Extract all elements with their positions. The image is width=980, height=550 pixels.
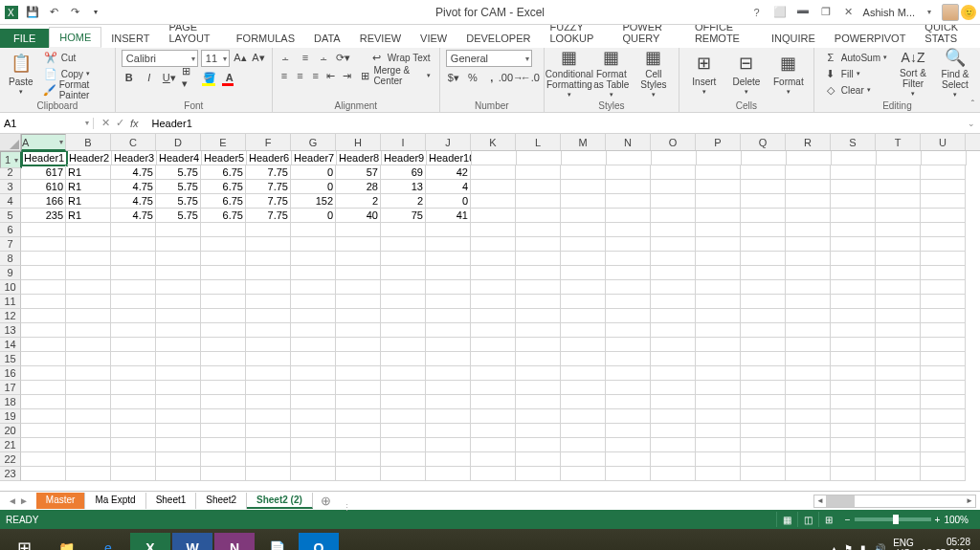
scroll-left-icon[interactable]: ◄: [814, 496, 826, 505]
cell[interactable]: [291, 323, 336, 338]
font-name-select[interactable]: Calibri: [122, 50, 198, 67]
cell[interactable]: [651, 309, 696, 323]
cell[interactable]: 4.75: [111, 209, 156, 223]
cell[interactable]: [66, 338, 111, 352]
cell[interactable]: [651, 395, 696, 409]
cell[interactable]: [606, 209, 651, 223]
zoom-in-icon[interactable]: +: [935, 515, 941, 525]
cell[interactable]: [876, 309, 921, 323]
cell[interactable]: [336, 381, 381, 395]
cell[interactable]: [246, 452, 291, 467]
cell[interactable]: 5.75: [156, 165, 201, 180]
cell[interactable]: [786, 452, 831, 467]
cell[interactable]: [336, 438, 381, 452]
cell[interactable]: 7.75: [246, 194, 291, 209]
cell[interactable]: [336, 424, 381, 438]
cell[interactable]: [156, 223, 201, 237]
cell[interactable]: [471, 338, 516, 352]
cell[interactable]: 0: [291, 209, 336, 223]
row-header[interactable]: 13: [0, 323, 21, 338]
cell[interactable]: [741, 309, 786, 323]
cell[interactable]: [516, 266, 561, 280]
cell[interactable]: [696, 352, 741, 366]
border-button[interactable]: ⊞ ▾: [182, 70, 197, 85]
cell[interactable]: 7.75: [246, 165, 291, 180]
cell[interactable]: [156, 424, 201, 438]
cell[interactable]: [831, 467, 876, 481]
cell[interactable]: [921, 165, 966, 180]
cell[interactable]: [336, 467, 381, 481]
cell[interactable]: [697, 151, 742, 165]
cell[interactable]: [471, 237, 516, 252]
cell[interactable]: [831, 424, 876, 438]
cell[interactable]: 4: [426, 180, 471, 194]
cell[interactable]: [606, 381, 651, 395]
cell[interactable]: [561, 280, 606, 295]
cell[interactable]: [156, 467, 201, 481]
cell[interactable]: [516, 237, 561, 252]
cell[interactable]: [606, 280, 651, 295]
cell[interactable]: [921, 295, 966, 309]
cell[interactable]: [921, 194, 966, 209]
cell[interactable]: [741, 438, 786, 452]
cell[interactable]: [426, 252, 471, 266]
cell[interactable]: [561, 295, 606, 309]
cell[interactable]: [21, 252, 66, 266]
cell[interactable]: [651, 366, 696, 381]
align-left-icon[interactable]: ≡: [278, 68, 290, 83]
cell[interactable]: [561, 237, 606, 252]
cell[interactable]: [156, 280, 201, 295]
cell[interactable]: [921, 209, 966, 223]
sheet-tab[interactable]: Master: [36, 493, 86, 509]
cell[interactable]: [696, 323, 741, 338]
cell[interactable]: [21, 352, 66, 366]
cell[interactable]: [246, 252, 291, 266]
cell[interactable]: R1: [66, 165, 111, 180]
column-header[interactable]: P: [696, 134, 741, 150]
cell[interactable]: [201, 252, 246, 266]
cell[interactable]: [876, 467, 921, 481]
cell[interactable]: [876, 194, 921, 209]
cell[interactable]: [561, 165, 606, 180]
cell[interactable]: [786, 366, 831, 381]
cell[interactable]: [652, 151, 697, 165]
decrease-indent-icon[interactable]: ⇤: [325, 68, 337, 83]
orientation-icon[interactable]: ⟳▾: [336, 50, 351, 65]
cell[interactable]: [561, 452, 606, 467]
onenote-taskbar-icon[interactable]: N: [214, 533, 255, 550]
paste-button[interactable]: 📋Paste▾: [6, 50, 36, 98]
sheet-nav-prev-icon[interactable]: ◄: [8, 495, 17, 506]
ribbon-display-icon[interactable]: ⬜: [769, 2, 791, 23]
cell[interactable]: [876, 165, 921, 180]
zoom-level[interactable]: 100%: [944, 515, 969, 525]
cell[interactable]: [516, 223, 561, 237]
cell[interactable]: [336, 366, 381, 381]
cell[interactable]: [471, 323, 516, 338]
normal-view-icon[interactable]: ▦: [776, 512, 797, 527]
cell[interactable]: [381, 395, 426, 409]
cell[interactable]: [246, 295, 291, 309]
cell[interactable]: [111, 223, 156, 237]
cell[interactable]: [66, 323, 111, 338]
cell[interactable]: [561, 209, 606, 223]
cell[interactable]: [111, 452, 156, 467]
cell[interactable]: [156, 252, 201, 266]
cell[interactable]: [786, 309, 831, 323]
cell[interactable]: [651, 438, 696, 452]
column-header[interactable]: E: [201, 134, 246, 150]
cell[interactable]: 610: [21, 180, 66, 194]
accounting-format-icon[interactable]: $▾: [446, 70, 461, 85]
cell[interactable]: [471, 395, 516, 409]
cell[interactable]: [696, 452, 741, 467]
cell[interactable]: [336, 223, 381, 237]
column-header[interactable]: L: [516, 134, 561, 150]
cell[interactable]: [786, 266, 831, 280]
decrease-decimal-icon[interactable]: ←.0: [523, 70, 538, 85]
cell[interactable]: [741, 194, 786, 209]
cell[interactable]: [21, 295, 66, 309]
cell[interactable]: [921, 452, 966, 467]
cell[interactable]: [471, 209, 516, 223]
cell[interactable]: [156, 438, 201, 452]
cell[interactable]: [66, 366, 111, 381]
row-header[interactable]: 17: [0, 381, 21, 395]
